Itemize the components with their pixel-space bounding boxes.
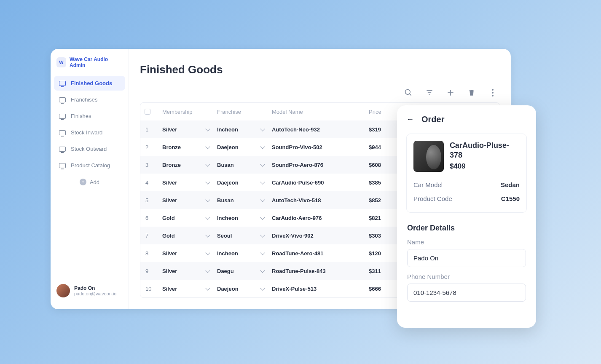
franchise-cell[interactable]: Incheon (217, 215, 272, 221)
chevron-down-icon (260, 286, 265, 290)
car-model-label: Car Model (413, 181, 443, 188)
franchise-cell[interactable]: Incheon (217, 126, 272, 133)
user-block[interactable]: Pado On pado.on@waveon.io (51, 278, 129, 305)
col-franchise[interactable]: Franchise (217, 109, 272, 115)
sidebar-item-franchises[interactable]: Franchises (54, 92, 125, 107)
more-vertical-icon (491, 88, 494, 97)
plus-icon (446, 88, 455, 97)
car-model-value: Sedan (501, 181, 520, 188)
chevron-down-icon (205, 197, 210, 202)
membership-cell[interactable]: Gold (162, 215, 217, 221)
sidebar-item-label: Franchises (71, 96, 98, 103)
order-header: ← Order (406, 115, 527, 124)
chevron-down-icon (260, 126, 265, 131)
order-panel: ← Order CarAudio-Pluse-378 $409 Car Mode… (397, 105, 536, 328)
svg-point-8 (492, 92, 494, 94)
sidebar-item-label: Product Catalog (71, 162, 110, 169)
membership-cell[interactable]: Bronze (162, 144, 217, 150)
avatar (56, 284, 70, 297)
sidebar-item-stock-outward[interactable]: Stock Outward (54, 142, 125, 156)
monitor-icon (59, 130, 66, 135)
franchise-cell[interactable]: Daejeon (217, 286, 272, 292)
chevron-down-icon (205, 233, 210, 237)
model-cell: CarAudio-Aero-976 (272, 215, 369, 221)
chevron-down-icon (260, 162, 265, 166)
svg-point-9 (492, 95, 494, 96)
product-name: CarAudio-Pluse-378 (450, 141, 520, 161)
sidebar-item-stock-inward[interactable]: Stock Inward (54, 125, 125, 140)
filter-icon (425, 88, 434, 97)
sidebar-item-label: Finished Goods (71, 80, 112, 86)
row-index: 5 (145, 197, 162, 203)
back-button[interactable]: ← (406, 115, 414, 124)
row-index: 1 (145, 126, 162, 133)
select-all-checkbox[interactable] (145, 109, 150, 115)
chevron-down-icon (205, 215, 210, 219)
sidebar: W Wave Car Audio Admin Finished GoodsFra… (51, 49, 129, 309)
membership-cell[interactable]: Silver (162, 250, 217, 257)
svg-point-0 (405, 90, 411, 95)
sidebar-item-finishes[interactable]: Finishes (54, 109, 125, 123)
monitor-icon (59, 97, 66, 102)
franchise-cell[interactable]: Incheon (217, 250, 272, 257)
order-details-card: Order Details Name Phone Number (406, 219, 527, 309)
add-button[interactable] (446, 88, 455, 97)
search-button[interactable] (404, 88, 413, 97)
plus-icon: + (80, 179, 86, 185)
sidebar-item-label: Stock Inward (71, 129, 102, 136)
chevron-down-icon (205, 268, 210, 273)
monitor-icon (59, 147, 66, 152)
chevron-down-icon (260, 268, 265, 273)
franchise-cell[interactable]: Busan (217, 162, 272, 168)
order-title: Order (421, 115, 444, 124)
more-button[interactable] (488, 88, 497, 97)
franchise-cell[interactable]: Busan (217, 197, 272, 203)
membership-cell[interactable]: Silver (162, 126, 217, 133)
membership-cell[interactable]: Silver (162, 179, 217, 186)
delete-button[interactable] (467, 88, 476, 97)
sidebar-item-finished-goods[interactable]: Finished Goods (54, 76, 125, 91)
franchise-cell[interactable]: Seoul (217, 233, 272, 239)
sidebar-item-label: Stock Outward (71, 146, 107, 152)
membership-cell[interactable]: Gold (162, 233, 217, 239)
add-label: Add (90, 179, 99, 185)
brand: W Wave Car Audio Admin (51, 53, 129, 76)
order-details-title: Order Details (407, 224, 526, 233)
row-index: 10 (145, 286, 162, 292)
add-item-button[interactable]: + Add (51, 173, 129, 191)
chevron-down-icon (260, 144, 265, 149)
model-cell: AutoTech-Vivo-518 (272, 197, 369, 203)
model-cell: CarAudio-Pulse-690 (272, 179, 369, 186)
col-membership[interactable]: Membership (162, 109, 217, 115)
sidebar-item-product-catalog[interactable]: Product Catalog (54, 158, 125, 173)
brand-name: Wave Car Audio Admin (70, 56, 123, 68)
row-index: 7 (145, 233, 162, 239)
franchise-cell[interactable]: Daejeon (217, 144, 272, 150)
phone-input[interactable] (407, 284, 526, 302)
membership-cell[interactable]: Silver (162, 286, 217, 292)
membership-cell[interactable]: Silver (162, 197, 217, 203)
monitor-icon (59, 114, 66, 119)
row-index: 3 (145, 162, 162, 168)
name-input[interactable] (407, 249, 526, 267)
product-card: CarAudio-Pluse-378 $409 Car Model Sedan … (406, 134, 527, 213)
membership-cell[interactable]: Silver (162, 268, 217, 274)
sidebar-item-label: Finishes (71, 113, 91, 119)
model-cell: DriveX-Vivo-902 (272, 233, 369, 239)
col-model[interactable]: Model Name (272, 109, 369, 115)
sidebar-nav: Finished GoodsFranchisesFinishesStock In… (51, 76, 129, 173)
franchise-cell[interactable]: Daegu (217, 268, 272, 274)
chevron-down-icon (260, 197, 265, 202)
membership-cell[interactable]: Bronze (162, 162, 217, 168)
car-model-row: Car Model Sedan (413, 178, 520, 192)
franchise-cell[interactable]: Daejeon (217, 179, 272, 186)
chevron-down-icon (205, 162, 210, 166)
row-index: 6 (145, 215, 162, 221)
chevron-down-icon (205, 286, 210, 290)
filter-button[interactable] (425, 88, 434, 97)
monitor-icon (59, 81, 66, 86)
model-cell: SoundPro-Aero-876 (272, 162, 369, 168)
name-label: Name (407, 238, 526, 246)
monitor-icon (59, 163, 66, 168)
search-icon (404, 88, 413, 97)
